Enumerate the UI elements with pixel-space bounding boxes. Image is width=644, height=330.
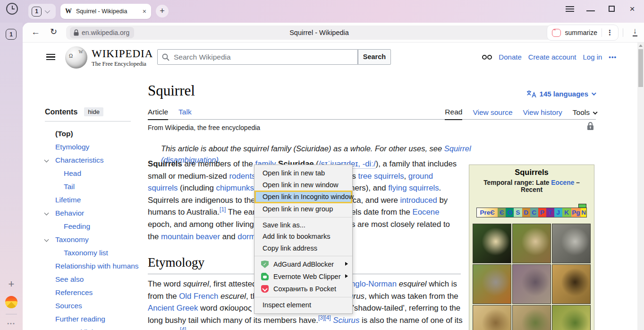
- omnibox[interactable]: en.wikipedia.org Squirrel - Wikipedia: [66, 26, 572, 40]
- tab-group-pill[interactable]: 1: [28, 4, 56, 19]
- toc-item-head[interactable]: Head: [45, 167, 146, 180]
- toc-hide-button[interactable]: hide: [84, 107, 103, 116]
- inline-link[interactable]: tree squirrels: [358, 172, 404, 181]
- maximize-button[interactable]: [607, 5, 616, 13]
- inline-link[interactable]: rodents: [229, 172, 256, 181]
- menu-item-copy-link-address[interactable]: Copy link address: [254, 243, 352, 254]
- kebab-menu-icon[interactable]: ⋮: [606, 28, 613, 37]
- rail-more-button[interactable]: •••: [0, 321, 23, 326]
- minimize-button[interactable]: [586, 5, 595, 13]
- timeline-period-T[interactable]: T: [546, 208, 554, 217]
- fox-squirrel-photo[interactable]: [473, 264, 511, 304]
- history-clock-icon[interactable]: [6, 3, 18, 15]
- browser-tab[interactable]: W Squirrel - Wikipedia ×: [60, 4, 151, 19]
- ref-link[interactable]: [1]: [220, 207, 226, 213]
- inline-link[interactable]: introduced: [400, 196, 437, 205]
- inline-link[interactable]: flying squirrels: [388, 183, 439, 192]
- sidebar-tab-counter[interactable]: 1: [6, 29, 17, 40]
- toc-item-behavior[interactable]: Behavior: [45, 207, 146, 220]
- toc-item-etymology[interactable]: Etymology: [45, 140, 146, 154]
- languages-button[interactable]: 145 languages: [526, 90, 595, 98]
- prairie-dog-pair-photo[interactable]: [512, 305, 551, 330]
- timeline-period-C[interactable]: C: [530, 208, 538, 217]
- toc-item-tail[interactable]: Tail: [45, 180, 146, 193]
- toc-item-relationship-with-humans[interactable]: Relationship with humans: [45, 260, 146, 273]
- toc-item-references[interactable]: References: [45, 286, 146, 299]
- menu-item-save-link-as[interactable]: Save link as...: [254, 219, 352, 231]
- menu-item-open-link-in-new-tab[interactable]: Open link in new tab: [254, 167, 352, 179]
- wiki-search-box[interactable]: [157, 49, 358, 65]
- inline-link[interactable]: Sciurus: [333, 316, 359, 325]
- inline-link[interactable]: chipmunks: [216, 183, 254, 192]
- toc-item-top[interactable]: (Top): [45, 127, 146, 140]
- standing-ground-squirrels-photo[interactable]: [473, 305, 511, 330]
- header-link-log-in[interactable]: Log in: [583, 53, 602, 61]
- toc-item-taxonomy[interactable]: Taxonomy: [45, 233, 146, 246]
- prairie-dogs-grass-photo[interactable]: [552, 305, 591, 330]
- toc-collapse-chevron[interactable]: [44, 158, 49, 163]
- geologic-timeline[interactable]: PreЄЄOSDCPTJKPgN: [476, 208, 587, 217]
- timeline-period-S[interactable]: S: [514, 208, 522, 217]
- timeline-period-PreЄ[interactable]: PreЄ: [477, 208, 498, 217]
- timeline-period-Є[interactable]: Є: [498, 208, 506, 217]
- tab-close-icon[interactable]: ×: [143, 8, 146, 15]
- new-tab-button[interactable]: +: [156, 5, 169, 17]
- search-button[interactable]: Search: [358, 49, 391, 65]
- menu-item-add-link-to-bookmarks[interactable]: Add link to bookmarks: [254, 231, 352, 243]
- toc-item-sources[interactable]: Sources: [45, 299, 146, 313]
- inline-link[interactable]: mountain beaver: [161, 232, 220, 241]
- timeline-period-Pg[interactable]: Pg: [571, 208, 581, 217]
- view-view-history[interactable]: View history: [523, 108, 562, 120]
- ref-link[interactable]: [4]: [180, 327, 186, 330]
- scrollbar-up-arrow[interactable]: [639, 44, 643, 47]
- timeline-period-K[interactable]: K: [562, 208, 571, 217]
- toc-item-taxonomy-list[interactable]: Taxonomy list: [45, 246, 146, 260]
- yandex-mail-icon[interactable]: [5, 296, 17, 308]
- page-scrollbar[interactable]: [637, 43, 644, 330]
- summarize-button[interactable]: summarize ⋮: [547, 25, 619, 41]
- timeline-period-J[interactable]: J: [554, 208, 562, 217]
- view-view-source[interactable]: View source: [473, 108, 512, 120]
- search-input[interactable]: [174, 53, 357, 61]
- menu-item-evernote-web-clipper[interactable]: Evernote Web Clipper: [254, 270, 352, 283]
- gray-squirrel-photo[interactable]: [552, 224, 591, 263]
- inline-link[interactable]: Old French: [179, 292, 218, 301]
- menu-item-open-link-in-incognito-window[interactable]: Open link in Incognito window: [254, 191, 352, 203]
- toc-item-feeding[interactable]: Feeding: [45, 220, 146, 233]
- menu-item-inspect-element[interactable]: Inspect element: [254, 299, 352, 311]
- wikipedia-logo[interactable]: WIKIPEDIA The Free Encyclopedia: [65, 46, 153, 69]
- toc-item-external-links[interactable]: External links: [45, 326, 146, 330]
- toc-item-further-reading[interactable]: Further reading: [45, 313, 146, 326]
- toc-item-characteristics[interactable]: Characteristics: [45, 154, 146, 167]
- tab-talk[interactable]: Talk: [178, 108, 192, 120]
- timeline-period-N[interactable]: N: [581, 208, 586, 217]
- infinity-icon[interactable]: [482, 55, 492, 60]
- back-button[interactable]: ←: [31, 27, 40, 37]
- menu-item-open-link-in-new-group[interactable]: Open link in new group: [254, 203, 352, 215]
- toc-item-lifetime[interactable]: Lifetime: [45, 193, 146, 207]
- ground-squirrel-rocks-photo[interactable]: [512, 264, 551, 304]
- timeline-period-D[interactable]: D: [522, 208, 530, 217]
- inline-link[interactable]: Anglo-Norman: [346, 279, 397, 288]
- ref-link[interactable]: [3][4]: [318, 314, 331, 321]
- downloads-button[interactable]: ↓: [633, 26, 638, 36]
- view-tools[interactable]: Tools: [573, 108, 596, 120]
- wiki-hamburger-menu[interactable]: [46, 54, 55, 60]
- menu-item-adguard-adblocker[interactable]: ✓AdGuard AdBlocker: [254, 258, 352, 270]
- close-window-button[interactable]: ×: [628, 5, 636, 13]
- menu-item-open-link-in-new-window[interactable]: Open link in new window: [254, 179, 352, 191]
- view-read[interactable]: Read: [445, 108, 462, 120]
- scrollbar-thumb[interactable]: [638, 49, 643, 87]
- rail-add-button[interactable]: +: [0, 278, 23, 290]
- chipmunk-photo[interactable]: [512, 224, 551, 263]
- eocene-link[interactable]: Eocene: [551, 179, 574, 186]
- inline-link[interactable]: Ancient Greek: [148, 304, 198, 313]
- toc-item-see-also[interactable]: See also: [45, 273, 146, 286]
- golden-ground-squirrel-photo[interactable]: [552, 264, 591, 304]
- toc-collapse-chevron[interactable]: [44, 237, 49, 242]
- toc-collapse-chevron[interactable]: [44, 211, 49, 216]
- header-link-donate[interactable]: Donate: [499, 53, 521, 61]
- black-giant-squirrel-photo[interactable]: [473, 224, 511, 263]
- header-link-create-account[interactable]: Create account: [528, 53, 576, 61]
- reload-button[interactable]: ↻: [50, 26, 57, 37]
